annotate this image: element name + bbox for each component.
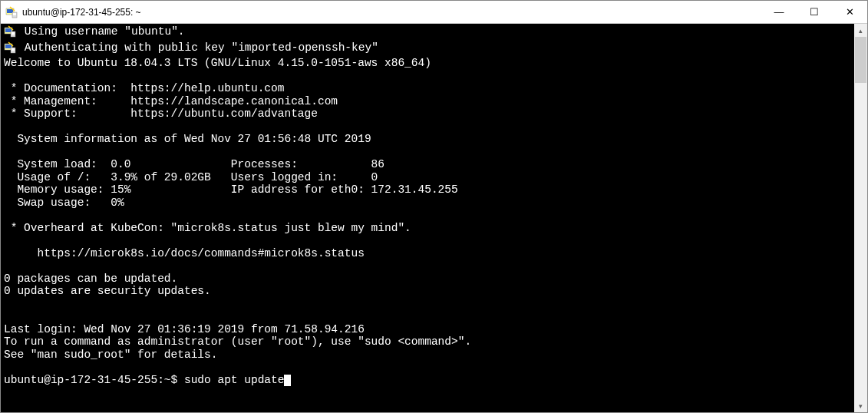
minimize-button[interactable]: —: [761, 1, 797, 23]
scroll-down-arrow[interactable]: ▾: [854, 399, 867, 412]
cursor: [284, 375, 291, 386]
svg-rect-13: [12, 48, 15, 51]
terminal[interactable]: Using username "ubuntu". Authenticating …: [1, 24, 854, 412]
close-button[interactable]: ✕: [832, 1, 867, 23]
window-title: ubuntu@ip-172-31-45-255: ~: [22, 7, 761, 18]
putty-icon: [5, 6, 18, 18]
terminal-line: Using username "ubuntu".: [18, 25, 185, 41]
scrollbar-thumb[interactable]: [855, 37, 866, 83]
svg-rect-3: [13, 13, 16, 15]
terminal-wrapper: Using username "ubuntu". Authenticating …: [1, 24, 867, 412]
maximize-button[interactable]: ☐: [797, 1, 832, 23]
scrollbar[interactable]: ▴ ▾: [854, 24, 867, 412]
command-input[interactable]: sudo apt update: [184, 374, 285, 386]
putty-line-icon: [4, 25, 16, 41]
putty-line-icon: [4, 41, 16, 58]
terminal-line: Authenticating with public key "imported…: [18, 41, 378, 58]
prompt: ubuntu@ip-172-31-45-255:~$: [4, 374, 184, 386]
titlebar[interactable]: ubuntu@ip-172-31-45-255: ~ — ☐ ✕: [1, 1, 867, 24]
window-controls: — ☐ ✕: [761, 1, 867, 23]
scroll-up-arrow[interactable]: ▴: [854, 24, 867, 37]
svg-rect-8: [12, 32, 15, 35]
terminal-body: Welcome to Ubuntu 18.04.3 LTS (GNU/Linux…: [4, 57, 471, 361]
